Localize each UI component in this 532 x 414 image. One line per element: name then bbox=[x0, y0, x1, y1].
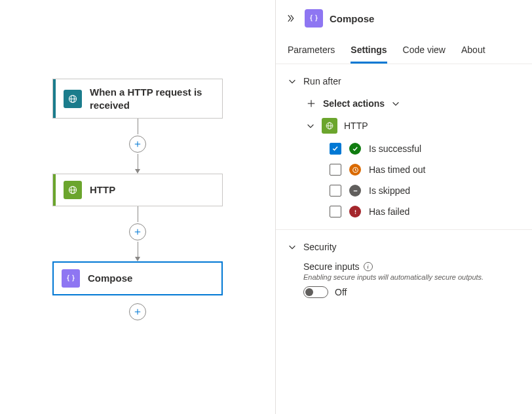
node-label: HTTP bbox=[90, 183, 115, 197]
tab-settings[interactable]: Settings bbox=[351, 37, 387, 64]
clock-icon bbox=[349, 164, 361, 176]
checkbox-is-successful[interactable] bbox=[330, 143, 341, 155]
checkbox-has-timed-out[interactable] bbox=[330, 164, 341, 176]
toggle-state-label: Off bbox=[335, 287, 347, 297]
node-label: Compose bbox=[88, 272, 132, 285]
condition-has-failed: Has failed bbox=[330, 206, 520, 217]
properties-panel: Compose Parameters Settings Code view Ab… bbox=[275, 0, 532, 414]
run-after-action-http[interactable]: HTTP bbox=[306, 118, 520, 134]
section-run-after-header[interactable]: Run after bbox=[288, 76, 520, 86]
condition-is-successful: Is successful bbox=[330, 143, 520, 155]
secure-inputs-label: Secure inputs bbox=[303, 261, 360, 272]
section-security-header[interactable]: Security bbox=[288, 242, 520, 252]
run-after-action-label: HTTP bbox=[344, 121, 368, 131]
condition-label: Is skipped bbox=[369, 185, 410, 196]
chevron-down-icon bbox=[391, 99, 400, 108]
condition-label: Has failed bbox=[369, 206, 409, 217]
svg-rect-20 bbox=[354, 213, 355, 214]
braces-icon bbox=[62, 269, 80, 288]
select-actions-button[interactable]: Select actions bbox=[306, 98, 520, 109]
tab-parameters[interactable]: Parameters bbox=[288, 37, 335, 64]
globe-icon bbox=[64, 90, 82, 108]
flow-node-http[interactable]: HTTP bbox=[52, 174, 223, 206]
chevron-down-icon bbox=[288, 77, 297, 86]
chevron-down-icon bbox=[306, 121, 315, 130]
svg-rect-19 bbox=[354, 210, 355, 212]
minus-icon bbox=[349, 185, 361, 197]
error-icon bbox=[349, 206, 361, 217]
secure-inputs-toggle[interactable] bbox=[303, 286, 328, 298]
add-step-button[interactable] bbox=[129, 223, 146, 240]
tab-code-view[interactable]: Code view bbox=[403, 37, 446, 64]
checkbox-has-failed[interactable] bbox=[330, 206, 341, 217]
panel-tabs: Parameters Settings Code view About bbox=[276, 37, 532, 64]
section-title: Run after bbox=[303, 76, 341, 86]
chevron-down-icon bbox=[288, 242, 297, 252]
secure-inputs-hint: Enabling secure inputs will automaticall… bbox=[303, 273, 520, 281]
panel-title: Compose bbox=[330, 13, 374, 24]
tab-about[interactable]: About bbox=[461, 37, 485, 64]
flow-node-compose[interactable]: Compose bbox=[52, 261, 223, 295]
braces-icon bbox=[305, 9, 323, 28]
checkbox-is-skipped[interactable] bbox=[330, 185, 341, 197]
node-label: When a HTTP request is received bbox=[90, 86, 214, 111]
add-step-button[interactable] bbox=[129, 303, 146, 320]
select-actions-label: Select actions bbox=[323, 98, 385, 109]
condition-is-skipped: Is skipped bbox=[330, 185, 520, 197]
plus-icon bbox=[306, 98, 316, 109]
globe-icon bbox=[322, 118, 337, 134]
flow-node-trigger[interactable]: When a HTTP request is received bbox=[52, 79, 223, 119]
success-icon bbox=[349, 143, 361, 155]
condition-label: Is successful bbox=[369, 143, 421, 154]
globe-icon bbox=[64, 181, 82, 199]
flow-canvas[interactable]: When a HTTP request is received HTTP Com… bbox=[0, 0, 275, 414]
collapse-panel-button[interactable] bbox=[282, 10, 298, 26]
condition-has-timed-out: Has timed out bbox=[330, 164, 520, 176]
add-step-button[interactable] bbox=[129, 136, 146, 153]
section-title: Security bbox=[303, 242, 337, 252]
condition-label: Has timed out bbox=[369, 164, 425, 175]
info-icon[interactable]: i bbox=[364, 262, 373, 271]
